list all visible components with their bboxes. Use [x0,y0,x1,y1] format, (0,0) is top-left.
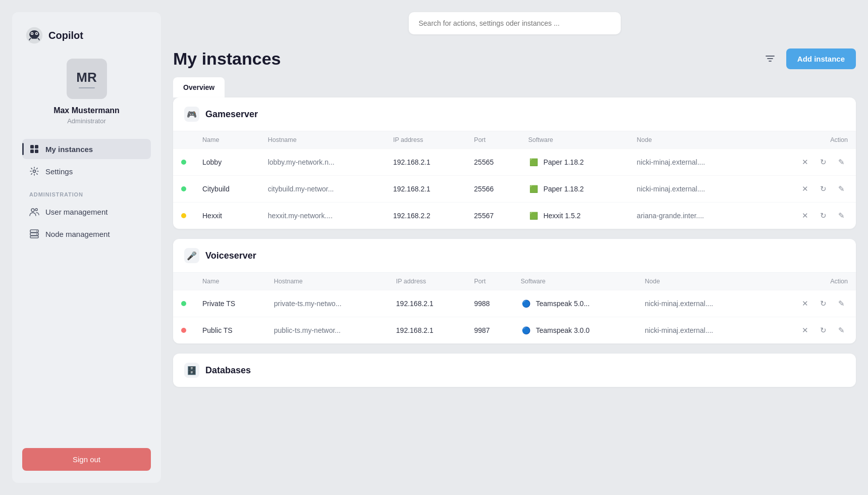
hostname-cell-1: citybuild.my-networ... [260,176,385,203]
copilot-logo-icon [25,26,43,44]
top-bar [173,12,856,34]
vs-col-action: Action [760,273,856,290]
section-voiceserver: 🎤 Voiceserver Name Hostname IP address P… [173,239,856,343]
logo: Copilot [22,26,151,44]
sidebar-item-settings[interactable]: Settings [22,161,151,181]
user-name: Max Mustermann [22,106,151,115]
delete-button[interactable]: ✕ [798,297,811,310]
svg-rect-6 [32,38,37,39]
delete-button[interactable]: ✕ [798,209,811,222]
restart-button[interactable]: ↻ [817,156,830,169]
sidebar: Copilot MR Max Mustermann Administrator … [12,12,161,483]
voiceserver-icon: 🎤 [184,248,199,263]
action-cell-0: ✕ ↻ ✎ [756,149,856,176]
sidebar-item-node-management[interactable]: Node management [22,224,151,244]
delete-button[interactable]: ✕ [798,182,811,195]
col-ip: IP address [385,131,466,149]
node-cell-0: nicki-minaj.external.... [637,290,760,317]
restart-button[interactable]: ↻ [817,297,830,310]
svg-point-18 [36,234,37,235]
software-cell-1: 🟩 Paper 1.18.2 [520,176,629,203]
svg-rect-8 [35,145,38,148]
section-databases-header: 🗄️ Databases [173,354,856,387]
restart-button[interactable]: ↻ [817,182,830,195]
delete-button[interactable]: ✕ [798,324,811,337]
col-software: Software [520,131,629,149]
col-port: Port [466,131,520,149]
edit-button[interactable]: ✎ [835,156,848,169]
svg-rect-10 [35,150,38,153]
restart-button[interactable]: ↻ [817,324,830,337]
add-instance-button[interactable]: Add instance [786,48,856,69]
node-cell-1: nicki-minaj.external.... [637,317,760,344]
svg-rect-16 [30,236,38,238]
edit-button[interactable]: ✎ [835,324,848,337]
status-dot [181,301,186,306]
gameserver-table-header-row: Name Hostname IP address Port Software N… [173,131,856,149]
ip-cell-2: 192.168.2.2 [385,203,466,229]
hostname-cell-0: lobby.my-network.n... [260,149,385,176]
action-cell-2: ✕ ↻ ✎ [756,203,856,229]
edit-button[interactable]: ✎ [835,297,848,310]
software-icon: 🔵 [521,298,532,309]
vs-col-port: Port [466,273,513,290]
delete-button[interactable]: ✕ [798,156,811,169]
svg-point-1 [29,30,39,38]
status-dot [181,186,186,191]
svg-point-11 [33,170,36,173]
section-gameserver-header: 🎮 Gameserver [173,97,856,131]
software-icon: 🟩 [528,157,539,168]
name-cell-1: Citybuild [194,176,260,203]
status-cell-0 [173,290,194,317]
ip-cell-0: 192.168.2.1 [388,290,466,317]
action-cell-0: ✕ ↻ ✎ [760,290,856,317]
filter-button[interactable] [761,50,779,68]
hostname-cell-0: private-ts.my-netwo... [266,290,388,317]
sign-out-button[interactable]: Sign out [22,448,151,471]
software-name: Hexxit 1.5.2 [544,212,581,220]
software-icon: 🟩 [528,210,539,221]
status-cell-1 [173,317,194,344]
col-node: Node [629,131,756,149]
software-name: Teamspeak 5.0... [536,300,590,308]
status-cell-1 [173,176,194,203]
name-cell-1: Public TS [194,317,266,344]
svg-point-13 [35,209,37,211]
edit-button[interactable]: ✎ [835,209,848,222]
vs-col-name: Name [194,273,266,290]
restart-button[interactable]: ↻ [817,209,830,222]
node-cell-1: nicki-minaj.external.... [629,176,756,203]
user-role: Administrator [22,117,151,125]
col-action: Action [756,131,856,149]
users-icon [29,207,39,217]
tab-overview[interactable]: Overview [173,77,225,97]
table-row: Public TS public-ts.my-networ... 192.168… [173,317,856,344]
hostname-cell-1: public-ts.my-networ... [266,317,388,344]
tabs-wrapper: Overview [173,77,856,97]
sidebar-item-my-instances[interactable]: My instances [22,139,151,159]
sidebar-item-user-management[interactable]: User management [22,202,151,222]
software-cell-2: 🟩 Hexxit 1.5.2 [520,203,629,229]
port-cell-0: 9988 [466,290,513,317]
avatar-container: MR [22,59,151,99]
logo-text: Copilot [48,30,83,41]
databases-icon: 🗄️ [184,363,199,378]
edit-button[interactable]: ✎ [835,182,848,195]
svg-point-5 [36,33,37,34]
hostname-cell-2: hexxit.my-network.... [260,203,385,229]
vs-col-ip: IP address [388,273,466,290]
ip-cell-1: 192.168.2.1 [388,317,466,344]
software-icon: 🟩 [528,183,539,194]
svg-rect-9 [30,150,34,153]
col-status [173,131,194,149]
ip-cell-0: 192.168.2.1 [385,149,466,176]
vs-col-hostname: Hostname [266,273,388,290]
search-input[interactable] [409,12,621,34]
table-row: Private TS private-ts.my-netwo... 192.16… [173,290,856,317]
node-cell-2: ariana-grande.inter.... [629,203,756,229]
ip-cell-1: 192.168.2.1 [385,176,466,203]
avatar: MR [67,59,107,99]
action-cell-1: ✕ ↻ ✎ [760,317,856,344]
port-cell-0: 25565 [466,149,520,176]
section-databases-title: Databases [205,365,251,376]
